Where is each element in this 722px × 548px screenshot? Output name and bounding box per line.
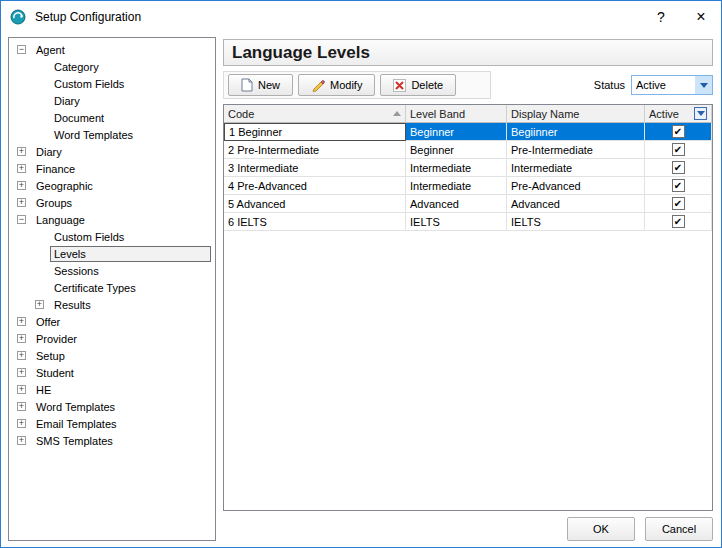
tree-item-diary[interactable]: +Diary bbox=[11, 143, 215, 160]
tree-item-geographic[interactable]: +Geographic bbox=[11, 177, 215, 194]
tree-item-label: Document bbox=[50, 110, 108, 126]
ok-button[interactable]: OK bbox=[567, 517, 635, 541]
tree-item-agent[interactable]: −Agent bbox=[11, 41, 215, 58]
active-checkbox[interactable]: ✔ bbox=[672, 179, 685, 192]
tree-item-label: Certificate Types bbox=[50, 280, 140, 296]
cell-level-band: Intermediate bbox=[406, 177, 507, 195]
cell-code: 1 Beginner bbox=[224, 123, 406, 141]
tree-item-label: Provider bbox=[32, 331, 81, 347]
modify-button[interactable]: Modify bbox=[298, 74, 375, 96]
tree-item-diary[interactable]: Diary bbox=[11, 92, 215, 109]
tree-item-label: Student bbox=[32, 365, 78, 381]
cancel-button[interactable]: Cancel bbox=[645, 517, 713, 541]
levels-table: Code Level Band Display Name Active 1 Be… bbox=[223, 104, 713, 511]
expand-icon[interactable]: + bbox=[17, 334, 26, 343]
expand-icon[interactable]: + bbox=[17, 181, 26, 190]
active-checkbox[interactable]: ✔ bbox=[672, 215, 685, 228]
expand-icon[interactable]: + bbox=[35, 300, 44, 309]
expand-icon[interactable]: + bbox=[17, 147, 26, 156]
chevron-down-icon[interactable] bbox=[695, 76, 712, 94]
setup-configuration-dialog: Setup Configuration ? × −AgentCategoryCu… bbox=[0, 0, 722, 548]
tree-item-label: Word Templates bbox=[50, 127, 137, 143]
toolbar: New Modify Delete bbox=[223, 71, 713, 99]
cell-code: 3 Intermediate bbox=[224, 159, 406, 177]
collapse-icon[interactable]: − bbox=[17, 215, 26, 224]
tree-item-he[interactable]: +HE bbox=[11, 381, 215, 398]
tree-item-provider[interactable]: +Provider bbox=[11, 330, 215, 347]
cell-level-band: Beginner bbox=[406, 141, 507, 159]
expand-icon[interactable]: + bbox=[17, 385, 26, 394]
page-title-box: Language Levels bbox=[223, 39, 713, 66]
tree-item-label: Results bbox=[50, 297, 95, 313]
collapse-icon[interactable]: − bbox=[17, 45, 26, 54]
tree-item-label: Word Templates bbox=[32, 399, 119, 415]
expand-icon[interactable]: + bbox=[17, 368, 26, 377]
column-header-code[interactable]: Code bbox=[224, 105, 406, 123]
delete-button[interactable]: Delete bbox=[380, 74, 456, 96]
tree-item-label: HE bbox=[32, 382, 55, 398]
status-area: Status Active bbox=[594, 75, 713, 95]
tree-item-groups[interactable]: +Groups bbox=[11, 194, 215, 211]
tree-item-email-templates[interactable]: +Email Templates bbox=[11, 415, 215, 432]
tree-item-custom-fields[interactable]: Custom Fields bbox=[11, 75, 215, 92]
tree-item-finance[interactable]: +Finance bbox=[11, 160, 215, 177]
tree-item-label: SMS Templates bbox=[32, 433, 117, 449]
new-button-label: New bbox=[258, 79, 280, 91]
tree-item-document[interactable]: Document bbox=[11, 109, 215, 126]
table-row[interactable]: 4 Pre-AdvancedIntermediatePre-Advanced✔ bbox=[224, 177, 712, 195]
status-dropdown[interactable]: Active bbox=[631, 75, 713, 95]
filter-icon[interactable] bbox=[694, 107, 707, 120]
table-row[interactable]: 3 IntermediateIntermediateIntermediate✔ bbox=[224, 159, 712, 177]
table-row[interactable]: 6 IELTSIELTSIELTS✔ bbox=[224, 213, 712, 231]
delete-button-label: Delete bbox=[411, 79, 443, 91]
tree-item-levels[interactable]: Levels bbox=[11, 245, 215, 262]
window-title: Setup Configuration bbox=[35, 10, 141, 24]
tree-item-results[interactable]: +Results bbox=[11, 296, 215, 313]
titlebar: Setup Configuration ? × bbox=[1, 1, 721, 33]
table-row[interactable]: 2 Pre-IntermediateBeginnerPre-Intermedia… bbox=[224, 141, 712, 159]
active-checkbox[interactable]: ✔ bbox=[672, 197, 685, 210]
tree-item-custom-fields[interactable]: Custom Fields bbox=[11, 228, 215, 245]
page-title: Language Levels bbox=[232, 43, 370, 63]
tree-item-label: Groups bbox=[32, 195, 76, 211]
expand-icon[interactable]: + bbox=[17, 436, 26, 445]
column-header-code-label: Code bbox=[228, 108, 254, 120]
active-checkbox[interactable]: ✔ bbox=[672, 143, 685, 156]
tree-item-word-templates[interactable]: Word Templates bbox=[11, 126, 215, 143]
tree-item-sms-templates[interactable]: +SMS Templates bbox=[11, 432, 215, 449]
active-checkbox[interactable]: ✔ bbox=[672, 161, 685, 174]
tree-item-student[interactable]: +Student bbox=[11, 364, 215, 381]
dialog-footer: OK Cancel bbox=[223, 511, 713, 541]
expand-icon[interactable]: + bbox=[17, 351, 26, 360]
cell-display-name: Advanced bbox=[507, 195, 645, 213]
column-header-display-name[interactable]: Display Name bbox=[507, 105, 645, 123]
tree-item-setup[interactable]: +Setup bbox=[11, 347, 215, 364]
expand-icon[interactable]: + bbox=[17, 198, 26, 207]
expand-icon[interactable]: + bbox=[17, 419, 26, 428]
table-row[interactable]: 1 BeginnerBeginnerBegiinner✔ bbox=[224, 123, 712, 141]
expand-icon[interactable]: + bbox=[17, 402, 26, 411]
help-button[interactable]: ? bbox=[641, 1, 681, 33]
table-body: 1 BeginnerBeginnerBegiinner✔2 Pre-Interm… bbox=[224, 123, 712, 231]
tree-item-offer[interactable]: +Offer bbox=[11, 313, 215, 330]
tree-item-word-templates[interactable]: +Word Templates bbox=[11, 398, 215, 415]
tree-item-certificate-types[interactable]: Certificate Types bbox=[11, 279, 215, 296]
cell-active: ✔ bbox=[645, 177, 712, 195]
column-header-level-band[interactable]: Level Band bbox=[406, 105, 507, 123]
new-button[interactable]: New bbox=[228, 74, 293, 96]
tree-item-label: Custom Fields bbox=[50, 76, 128, 92]
cell-active: ✔ bbox=[645, 123, 712, 141]
tree-item-language[interactable]: −Language bbox=[11, 211, 215, 228]
tree-item-category[interactable]: Category bbox=[11, 58, 215, 75]
expand-icon[interactable]: + bbox=[17, 317, 26, 326]
cell-display-name: Begiinner bbox=[507, 123, 645, 141]
cell-active: ✔ bbox=[645, 141, 712, 159]
tree-item-label: Offer bbox=[32, 314, 64, 330]
active-checkbox[interactable]: ✔ bbox=[672, 125, 685, 138]
column-header-active[interactable]: Active bbox=[645, 105, 712, 123]
table-row[interactable]: 5 AdvancedAdvancedAdvanced✔ bbox=[224, 195, 712, 213]
expand-icon[interactable]: + bbox=[17, 164, 26, 173]
close-button[interactable]: × bbox=[681, 1, 721, 33]
tree-item-sessions[interactable]: Sessions bbox=[11, 262, 215, 279]
cell-code: 2 Pre-Intermediate bbox=[224, 141, 406, 159]
